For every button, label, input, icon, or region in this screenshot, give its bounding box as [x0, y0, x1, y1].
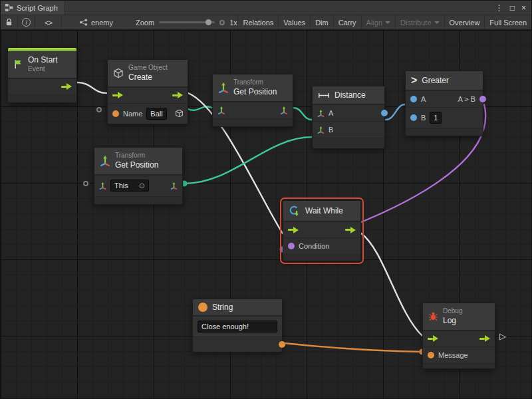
- port-label: Message: [438, 351, 468, 359]
- node-game-object-create[interactable]: Game Object Create Name Ball: [107, 59, 188, 124]
- carry-button[interactable]: Carry: [333, 15, 361, 29]
- node-title: Log: [443, 316, 462, 326]
- node-title: Distance: [334, 90, 366, 100]
- flow-output-port[interactable]: [61, 83, 72, 90]
- port-label: Name: [123, 110, 142, 118]
- window-controls: ⋮ □ ×: [495, 3, 531, 13]
- full-screen-button[interactable]: Full Screen: [484, 15, 531, 29]
- node-category: Transform: [233, 78, 277, 87]
- node-category: Transform: [115, 152, 158, 160]
- wire-distance-to-greater: [386, 104, 405, 120]
- flag-icon: [13, 59, 23, 69]
- distribute-button[interactable]: Distribute: [395, 15, 444, 29]
- chevron-down-icon: [385, 21, 390, 24]
- chevron-down-icon: [434, 21, 440, 24]
- zoom-value: 1x: [229, 19, 237, 27]
- vector3-input-port[interactable]: [317, 126, 325, 134]
- transform-input-port[interactable]: [217, 106, 225, 114]
- b-value-field[interactable]: 1: [430, 112, 442, 124]
- menu-icon[interactable]: ⋮: [495, 3, 503, 13]
- node-title: On Start: [28, 55, 58, 65]
- flow-input-port[interactable]: [428, 335, 438, 342]
- node-distance[interactable]: Distance A B: [312, 86, 385, 149]
- flow-output-port[interactable]: [172, 92, 183, 98]
- node-category: Game Object: [128, 64, 168, 72]
- node-title: Get Position: [233, 87, 277, 97]
- graph-name[interactable]: enemy: [79, 18, 113, 27]
- lock-icon: [5, 18, 13, 27]
- target-picker-icon[interactable]: ⊙: [139, 181, 145, 190]
- transform-input-port[interactable]: [99, 182, 106, 190]
- node-debug-log[interactable]: Debug Log Message: [422, 303, 495, 369]
- transform-icon: [100, 156, 110, 166]
- node-subtitle: Event: [28, 65, 58, 74]
- name-field[interactable]: Ball: [146, 108, 166, 120]
- zoom-reset-icon[interactable]: [219, 20, 225, 25]
- string-output-port[interactable]: [279, 341, 285, 348]
- node-get-position-top[interactable]: Transform Get Position: [212, 74, 293, 127]
- wire-getposition-to-distance-b: [184, 137, 312, 184]
- node-title: Wait While: [305, 206, 343, 215]
- message-input-port[interactable]: [428, 352, 434, 358]
- unconnected-port-circle[interactable]: [83, 181, 88, 186]
- bool-output-port[interactable]: [479, 96, 486, 102]
- flow-input-port[interactable]: [112, 92, 123, 98]
- align-button[interactable]: Align: [361, 15, 395, 29]
- string-value-field[interactable]: Close enough!: [198, 321, 277, 332]
- overview-button[interactable]: Overview: [444, 15, 485, 29]
- game-object-output-port[interactable]: [175, 109, 184, 118]
- flow-output-port[interactable]: [345, 227, 356, 233]
- zoom-slider-handle[interactable]: [205, 19, 211, 25]
- graph-canvas[interactable]: On Start Event Game Object Create: [1, 30, 532, 399]
- value-input-port[interactable]: [410, 96, 417, 102]
- node-get-position-bottom[interactable]: Transform Get Position This ⊙: [94, 147, 183, 205]
- play-triangle-icon: ▷: [499, 331, 506, 341]
- lock-button[interactable]: [1, 15, 18, 29]
- zoom-label: Zoom: [136, 19, 154, 27]
- flow-input-port[interactable]: [288, 227, 299, 233]
- distance-icon: [318, 92, 330, 99]
- value-input-port[interactable]: [410, 114, 417, 121]
- graph-name-label: enemy: [91, 19, 113, 27]
- node-title: Get Position: [115, 160, 158, 170]
- node-title: Create: [128, 72, 168, 82]
- close-icon[interactable]: ×: [521, 3, 526, 13]
- node-category: Debug: [443, 307, 462, 316]
- string-input-port[interactable]: [112, 110, 119, 117]
- values-button[interactable]: Values: [278, 15, 310, 29]
- string-icon: [198, 303, 207, 312]
- port-label: A: [421, 95, 426, 103]
- edit-source-button[interactable]: <>: [35, 15, 62, 29]
- unconnected-port-circle[interactable]: [96, 107, 102, 112]
- wire-getposition-to-distance-a: [293, 108, 312, 120]
- greater-icon: >: [411, 75, 417, 86]
- relations-button[interactable]: Relations: [237, 15, 278, 29]
- info-button[interactable]: i: [18, 15, 35, 29]
- script-graph-icon: [5, 3, 13, 12]
- vector3-input-port[interactable]: [317, 110, 325, 117]
- node-string[interactable]: String Close enough!: [192, 299, 283, 352]
- port-label: A: [329, 109, 333, 117]
- script-graph-window: Script Graph ⋮ □ × i <> enemy: [0, 0, 532, 399]
- node-greater[interactable]: > Greater A A > B B 1: [405, 70, 483, 136]
- wire-onstart-to-create: [77, 82, 107, 93]
- tab-script-graph[interactable]: Script Graph: [1, 1, 65, 15]
- condition-input-port[interactable]: [288, 243, 295, 249]
- node-title: Greater: [422, 76, 449, 85]
- zoom-slider[interactable]: [159, 21, 215, 23]
- maximize-icon[interactable]: □: [510, 3, 515, 13]
- node-wait-while[interactable]: Wait While Condition: [283, 200, 361, 261]
- target-dropdown[interactable]: This ⊙: [110, 180, 149, 192]
- cube-icon: [113, 68, 124, 78]
- vector3-output-port[interactable]: [170, 182, 178, 190]
- vector3-output-port[interactable]: [280, 106, 288, 114]
- flow-output-port[interactable]: [479, 335, 490, 342]
- dim-button[interactable]: Dim: [310, 15, 333, 29]
- float-output-port[interactable]: [381, 110, 388, 116]
- graph-icon: [79, 18, 88, 27]
- node-on-start-event[interactable]: On Start Event: [7, 47, 77, 103]
- wire-create-to-getposition: [188, 106, 212, 110]
- window-title: Script Graph: [17, 4, 58, 12]
- zoom-control: Zoom 1x: [136, 19, 237, 27]
- transform-icon: [218, 82, 229, 93]
